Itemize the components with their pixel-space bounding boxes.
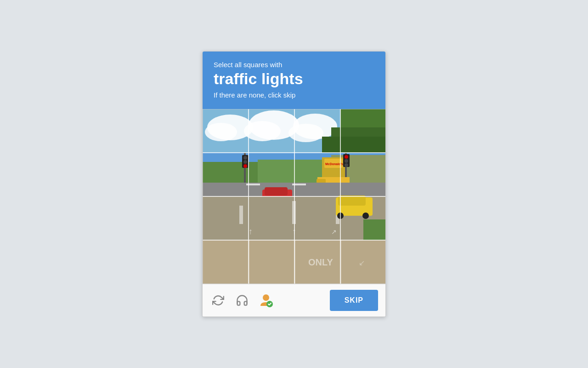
grid-cell-r1c3[interactable] [340, 153, 386, 196]
headphone-icon [236, 294, 249, 307]
grid-cell-r2c0[interactable] [203, 196, 249, 240]
reload-icon [212, 294, 224, 306]
grid-cell-r1c1[interactable] [249, 153, 294, 196]
grid-cell-r2c1[interactable] [249, 196, 294, 240]
reload-button[interactable] [210, 292, 226, 309]
captcha-footer: SKIP [203, 284, 385, 316]
grid-cell-r0c3[interactable] [340, 109, 386, 153]
grid-cell-r1c0[interactable] [203, 153, 249, 196]
captcha-widget: Select all squares with traffic lights I… [202, 51, 386, 317]
grid-cell-r0c1[interactable] [249, 109, 294, 153]
grid-cell-r3c1[interactable] [249, 240, 294, 284]
grid-cell-r1c2[interactable] [294, 153, 340, 196]
grid-cell-r2c2[interactable] [294, 196, 340, 240]
user-icon [259, 293, 273, 308]
grid-cell-r2c3[interactable] [340, 196, 386, 240]
grid-cell-r3c3[interactable] [340, 240, 386, 284]
audio-button[interactable] [234, 292, 250, 309]
grid-cell-r3c0[interactable] [203, 240, 249, 284]
verified-user-button[interactable] [258, 292, 274, 309]
captcha-grid [203, 109, 385, 284]
footer-icons [210, 292, 330, 309]
svg-point-62 [263, 294, 269, 301]
captcha-subject: traffic lights [214, 70, 374, 87]
captcha-grid-wrapper: McDonald's [203, 109, 385, 284]
grid-cell-r0c0[interactable] [203, 109, 249, 153]
captcha-header: Select all squares with traffic lights I… [203, 52, 385, 109]
skip-button[interactable]: SKIP [330, 290, 378, 311]
skip-hint-text: If there are none, click skip [214, 91, 374, 99]
grid-cell-r3c2[interactable] [294, 240, 340, 284]
select-prompt-text: Select all squares with [214, 61, 374, 69]
grid-cell-r0c2[interactable] [294, 109, 340, 153]
